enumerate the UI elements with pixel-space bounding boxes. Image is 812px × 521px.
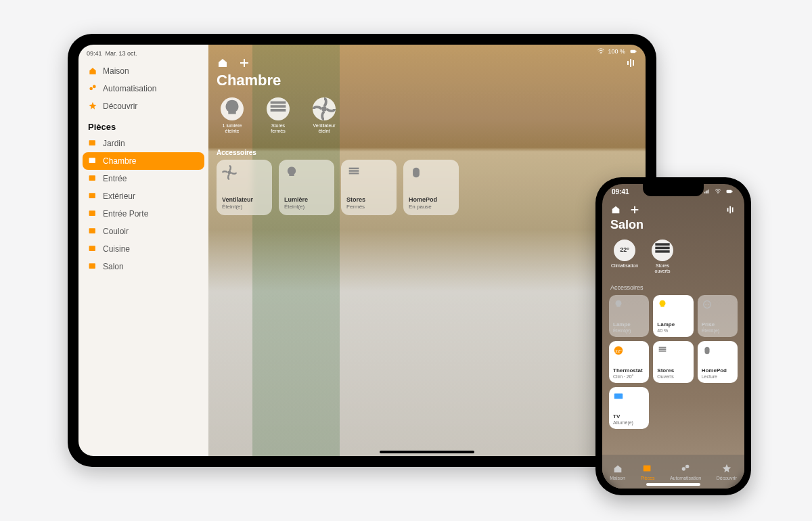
home-indicator[interactable] — [646, 483, 700, 486]
sidebar-nav-label: Maison — [103, 66, 129, 76]
blinds-icon — [652, 240, 673, 261]
sidebar-room-chambre[interactable]: Chambre — [83, 152, 204, 170]
sidebar-room-cuisine[interactable]: Cuisine — [78, 240, 208, 258]
tile-label: HomePod — [702, 368, 734, 374]
sidebar-room-couloir[interactable]: Couloir — [78, 223, 208, 240]
ipad-room-view: 100 % Chambre 1 lumière éteinte Stores f… — [208, 45, 646, 456]
tab-découvrir[interactable]: Découvrir — [717, 463, 737, 480]
iphone-screen: 09:41 Salon 22° Climatisation Stores ouv… — [602, 184, 744, 489]
accessory-tile-lampe[interactable]: Lampe 40 % — [653, 295, 693, 337]
wifi-icon — [597, 47, 605, 55]
sidebar-nav-maison[interactable]: Maison — [78, 62, 208, 80]
tile-label: TV — [613, 414, 645, 420]
ipad-toolbar-right — [625, 57, 637, 69]
sidebar-room-salon[interactable]: Salon — [78, 258, 208, 275]
room-icon — [88, 156, 97, 166]
sidebar-nav-label: Découvrir — [103, 101, 137, 111]
bulb-icon — [613, 299, 624, 310]
wifi-icon — [714, 188, 722, 195]
home-indicator[interactable] — [380, 451, 474, 453]
scene-line1: Climatisation — [611, 263, 638, 269]
scene-line1: Stores — [271, 123, 285, 129]
accessory-tile-lampe[interactable]: Lampe Éteint(e) — [609, 295, 649, 337]
sidebar-room-label: Jardin — [103, 139, 125, 148]
room-icon — [88, 262, 97, 271]
scene-line2: éteint — [318, 129, 330, 134]
scene-button[interactable]: Stores fermés — [263, 97, 294, 133]
room-icon — [88, 209, 97, 219]
accessory-tile-thermostat[interactable]: Thermostat Clim · 20° — [609, 341, 649, 383]
accessory-tile-tv[interactable]: TV Allumé(e) — [609, 387, 649, 429]
room-title: Chambre — [217, 72, 281, 89]
add-icon[interactable] — [238, 57, 250, 69]
iphone-status-right — [702, 188, 735, 195]
scene-button[interactable]: Stores ouverts — [648, 240, 677, 273]
tile-status: Fermés — [346, 204, 391, 210]
sidebar-room-label: Couloir — [103, 227, 129, 236]
sidebar-room-extérieur[interactable]: Extérieur — [78, 187, 208, 205]
add-icon[interactable] — [629, 204, 640, 215]
iphone-device: 09:41 Salon 22° Climatisation Stores ouv… — [595, 177, 751, 495]
star-icon — [88, 101, 97, 111]
accessory-tile-homepod[interactable]: HomePod En pause — [403, 160, 459, 215]
room-icon — [88, 174, 97, 183]
tv-icon — [613, 391, 624, 402]
fan-icon — [222, 165, 237, 180]
bulb-on-icon — [657, 299, 668, 310]
ipad-status-right: 100 % — [597, 47, 639, 55]
sidebar-nav-découvrir[interactable]: Découvrir — [78, 97, 208, 115]
ipad-date: Mar. 13 oct. — [106, 50, 137, 57]
battery-icon — [724, 188, 735, 195]
blinds-icon — [267, 97, 290, 120]
tab-automatisation[interactable]: Automatisation — [670, 463, 701, 480]
tile-status: Allumé(e) — [613, 420, 645, 425]
sidebar-room-label: Chambre — [103, 156, 136, 166]
tab-label: Maison — [610, 476, 625, 480]
accessories-header: Accessoires — [217, 149, 256, 156]
tile-label: Stores — [346, 197, 391, 204]
accessory-tile-prise[interactable]: Prise Éteint(e) — [698, 295, 738, 337]
sidebar-rooms-header: Pièces — [78, 115, 208, 135]
broadcast-icon[interactable] — [725, 204, 736, 215]
sidebar-nav-automatisation[interactable]: Automatisation — [78, 80, 208, 97]
tab-label: Pièces — [640, 476, 654, 480]
ipad-device: 09:41 Mar. 13 oct. Maison Automatisation… — [68, 34, 656, 467]
tab-label: Automatisation — [670, 476, 701, 480]
star-icon — [721, 463, 732, 474]
tile-status: Ouverts — [657, 374, 689, 379]
fan-icon — [313, 97, 336, 120]
accessory-tile-lumière[interactable]: Lumière Éteint(e) — [279, 160, 334, 215]
accessory-tile-stores[interactable]: Stores Fermés — [341, 160, 397, 215]
bulb-icon — [284, 165, 299, 180]
scene-line2: ouverts — [655, 269, 671, 274]
tile-status: Éteint(e) — [613, 328, 645, 333]
room-icon — [88, 191, 97, 201]
bulb-icon — [221, 97, 244, 120]
iphone-time: 09:41 — [612, 188, 629, 196]
tab-label: Découvrir — [717, 476, 737, 480]
scene-button[interactable]: Ventilateur éteint — [309, 97, 340, 133]
homepod-icon — [702, 345, 713, 356]
scene-button[interactable]: 22° Climatisation — [610, 240, 639, 273]
signal-icon — [702, 188, 712, 195]
home-icon[interactable] — [610, 204, 621, 215]
accessory-tile-stores[interactable]: Stores Ouverts — [653, 341, 693, 383]
scene-line1: Stores — [656, 263, 669, 269]
tile-status: Éteint(e) — [222, 204, 267, 210]
battery-icon — [628, 48, 639, 55]
sidebar-room-entrée porte[interactable]: Entrée Porte — [78, 205, 208, 223]
home-icon[interactable] — [217, 57, 229, 69]
sidebar-room-jardin[interactable]: Jardin — [78, 135, 208, 152]
broadcast-icon[interactable] — [625, 57, 637, 69]
tab-pièces[interactable]: Pièces — [640, 463, 654, 480]
sidebar-room-label: Salon — [103, 262, 124, 271]
house-icon — [612, 463, 623, 474]
blinds-icon — [346, 165, 361, 180]
tab-maison[interactable]: Maison — [610, 463, 625, 480]
tile-label: Lampe — [613, 322, 645, 328]
accessory-tile-ventilateur[interactable]: Ventilateur Éteint(e) — [217, 160, 272, 215]
accessory-tile-homepod[interactable]: HomePod Lecture — [698, 341, 738, 383]
sidebar-room-entrée[interactable]: Entrée — [78, 170, 208, 187]
sidebar-room-label: Entrée — [103, 174, 127, 183]
scene-button[interactable]: 1 lumière éteinte — [217, 97, 248, 133]
